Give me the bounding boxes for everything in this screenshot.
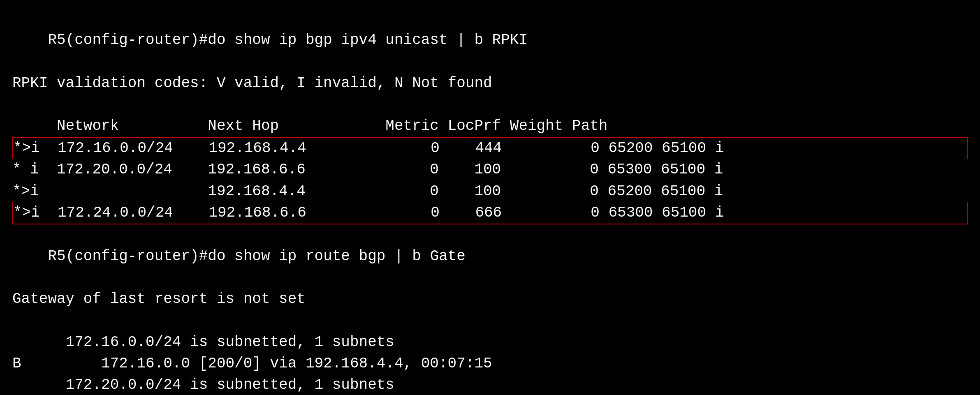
- terminal-window: R5(config-router)#do show ip bgp ipv4 un…: [0, 0, 980, 395]
- bgp-row-2: * i 172.20.0.0/24 192.168.6.6 0 100 0 65…: [12, 159, 968, 180]
- gateway-line: Gateway of last resort is not set: [12, 289, 968, 310]
- prompt-1: R5(config-router)#: [48, 32, 208, 49]
- cmd-2: do show ip route bgp | b Gate: [208, 248, 466, 265]
- bgp-row-4: *>i 172.24.0.0/24 192.168.6.6 0 666 0 65…: [12, 202, 968, 224]
- cmd-1: do show ip bgp ipv4 unicast | b RPKI: [208, 32, 528, 49]
- command-line-2: R5(config-router)#do show ip route bgp |…: [12, 224, 968, 289]
- route-subnet-2: 172.20.0.0/24 is subnetted, 1 subnets: [12, 374, 968, 395]
- bgp-row-1: *>i 172.16.0.0/24 192.168.4.4 0 444 0 65…: [12, 137, 968, 159]
- table-header: Network Next Hop Metric LocPrf Weight Pa…: [12, 115, 968, 137]
- prompt-2: R5(config-router)#: [48, 248, 208, 265]
- bgp-row-3: *>i 192.168.4.4 0 100 0 65200 65100 i: [12, 181, 968, 202]
- blank-2: [12, 310, 968, 332]
- blank-1: [12, 94, 968, 115]
- rpki-validation-line: RPKI validation codes: V valid, I invali…: [12, 73, 968, 94]
- command-line-1: R5(config-router)#do show ip bgp ipv4 un…: [12, 8, 968, 73]
- route-subnet-1: 172.16.0.0/24 is subnetted, 1 subnets: [12, 332, 968, 353]
- route-b-1: B 172.16.0.0 [200/0] via 192.168.4.4, 00…: [12, 353, 968, 374]
